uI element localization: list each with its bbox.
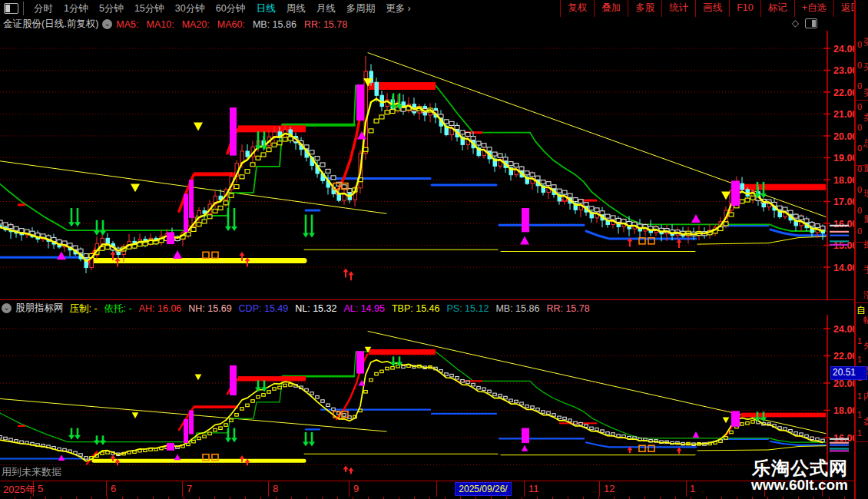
ma-values: MA5:MA10:MA20:MA60:MB: 15.86RR: 15.78	[116, 17, 355, 31]
toolbar-divider	[23, 2, 24, 15]
sidebar-digit: 0	[857, 185, 862, 194]
period-item-多周期[interactable]: 多周期	[341, 1, 381, 17]
period-item-分时[interactable]: 分时	[28, 1, 58, 17]
month-tick	[268, 481, 269, 497]
stock-title: 金证股份(日线.前复权)	[3, 18, 98, 31]
sidebar-label: 量	[863, 213, 868, 226]
period-item-周线[interactable]: 周线	[281, 1, 311, 17]
stock-info-bar: 金证股份(日线.前复权) ⌄ MA5:MA10:MA20:MA60:MB: 15…	[0, 17, 868, 31]
indicator-field: PS: 15.12	[447, 303, 489, 314]
month-label-1: 1	[690, 483, 695, 494]
sidebar-divider	[856, 441, 868, 442]
indicator-chart[interactable]: 24.0022.0020.0018.0016.00	[0, 315, 868, 476]
period-item-日线[interactable]: 日线	[251, 1, 281, 17]
action-item-多股[interactable]: 多股	[628, 0, 661, 17]
indicator-field: NH: 15.69	[188, 303, 231, 314]
time-axis[interactable]: 2025年56789111212025/09/26/五	[0, 481, 868, 497]
action-item-复权[interactable]: 复权	[560, 0, 594, 17]
action-item-F10[interactable]: F10	[729, 0, 760, 17]
diamond-icon[interactable]: ◇	[792, 18, 799, 28]
action-item-画线[interactable]: 画线	[695, 0, 729, 17]
action-item-统计[interactable]: 统计	[661, 0, 695, 17]
sidebar-label: 量	[863, 162, 868, 175]
sidebar-digit: 0	[857, 40, 862, 49]
sidebar-label: 买	[863, 61, 868, 74]
indicator-field: TBP: 15.46	[392, 303, 440, 314]
period-item-5分钟[interactable]: 5分钟	[94, 1, 129, 17]
highlighted-date: 2025/09/26/五	[455, 482, 512, 496]
sidebar-digit: 0	[857, 206, 862, 215]
period-item-1分钟[interactable]: 1分钟	[58, 1, 94, 17]
pane-icon[interactable]	[805, 18, 817, 28]
month-tick	[349, 481, 350, 497]
main-chart[interactable]: 24.0023.0022.0021.0020.0019.0018.0017.00…	[0, 31, 868, 299]
month-label-8: 8	[273, 483, 278, 494]
right-sidebar[interactable]: 0000000000111111委买委卖总量现量换手涨幅外盘内盘自	[854, 0, 868, 499]
sidebar-digit: 1	[857, 410, 862, 419]
watermark-url: www.60lt.com	[751, 478, 848, 493]
indicator-field: MB: 15.86	[495, 303, 539, 314]
sidebar-digit: 0	[857, 123, 862, 132]
period-item-月线[interactable]: 月线	[311, 1, 341, 17]
period-item-更多 ›[interactable]: 更多 ›	[380, 1, 416, 17]
ma-item: MA60:	[217, 19, 245, 30]
sidebar-divider	[856, 242, 868, 243]
sidebar-digit: 0	[857, 102, 862, 111]
indicator-fields: 压制: -依托: -AH: 16.06NH: 15.69CDP: 15.49NL…	[70, 301, 597, 316]
sidebar-label: 总	[863, 137, 868, 150]
sidebar-label: 换	[863, 238, 868, 251]
sidebar-divider	[856, 165, 868, 166]
month-tick	[182, 481, 183, 497]
sidebar-label: 手	[863, 263, 868, 276]
month-tick	[524, 481, 525, 497]
month-tick	[436, 481, 437, 497]
period-item-60分钟[interactable]: 60分钟	[210, 1, 251, 17]
sidebar-digit: 1	[857, 355, 862, 364]
period-item-15分钟[interactable]: 15分钟	[129, 1, 170, 17]
indicator-field: AH: 16.06	[139, 303, 182, 314]
sidebar-tab[interactable]: 自	[856, 304, 866, 317]
period-item-30分钟[interactable]: 30分钟	[170, 1, 210, 17]
sidebar-label: 委	[863, 35, 868, 48]
indicator-field: RR: 15.78	[546, 303, 589, 314]
chevron-down-icon[interactable]: ⌄	[2, 303, 12, 313]
ma-item: RR: 15.78	[304, 19, 347, 30]
action-item-标记[interactable]: 标记	[760, 0, 794, 17]
sidebar-label: 涨	[863, 289, 868, 302]
sidebar-digit: 1	[857, 392, 862, 401]
app-window: 分时1分钟5分钟15分钟30分钟60分钟日线周线月线多周期更多 › 复权叠加多股…	[0, 0, 868, 499]
month-tick	[106, 481, 107, 497]
sidebar-digit: 0	[857, 81, 862, 91]
indicator-field: 压制: -	[70, 303, 98, 314]
indicator-field: NL: 15.32	[295, 303, 336, 314]
action-item-+自选[interactable]: +自选	[794, 0, 833, 17]
month-label-5: 5	[38, 483, 43, 494]
sidebar-digit: 1	[857, 428, 862, 438]
indicator-bar: ⌄ 股朋指标网 压制: -依托: -AH: 16.06NH: 15.69CDP:…	[0, 299, 868, 316]
chevron-down-icon[interactable]: ⌄	[102, 19, 112, 29]
year-label: 2025年	[3, 483, 35, 497]
action-item-叠加[interactable]: 叠加	[594, 0, 628, 17]
future-data-note: 用到未来数据	[2, 465, 61, 479]
sidebar-divider	[856, 302, 868, 303]
ma-item: MA10:	[147, 19, 174, 30]
month-tick	[599, 481, 600, 497]
sidebar-label: 内	[863, 390, 868, 403]
ma-item: MB: 15.86	[253, 19, 297, 30]
period-menu: 分时1分钟5分钟15分钟30分钟60分钟日线周线月线多周期更多 ›	[0, 0, 416, 17]
current-price-badge: 20.51	[830, 366, 867, 380]
sidebar-digit: 1	[857, 336, 862, 345]
sidebar-label: 卖	[863, 111, 868, 124]
indicator-name: 股朋指标网	[15, 302, 64, 315]
indicator-field: AL: 14.95	[343, 303, 385, 314]
month-label-12: 12	[604, 483, 615, 494]
toolbar: 分时1分钟5分钟15分钟30分钟60分钟日线周线月线多周期更多 › 复权叠加多股…	[0, 0, 868, 18]
layout-icon[interactable]	[4, 3, 18, 14]
sidebar-digit: 0	[857, 226, 862, 236]
indicator-field: CDP: 15.49	[239, 303, 289, 314]
ma-item: MA20:	[182, 19, 210, 30]
indicator-field: 依托: -	[104, 303, 132, 314]
sidebar-digit: 0	[857, 144, 862, 153]
month-label-7: 7	[187, 483, 192, 494]
watermark-site-name: 乐淘公式网	[751, 458, 848, 478]
